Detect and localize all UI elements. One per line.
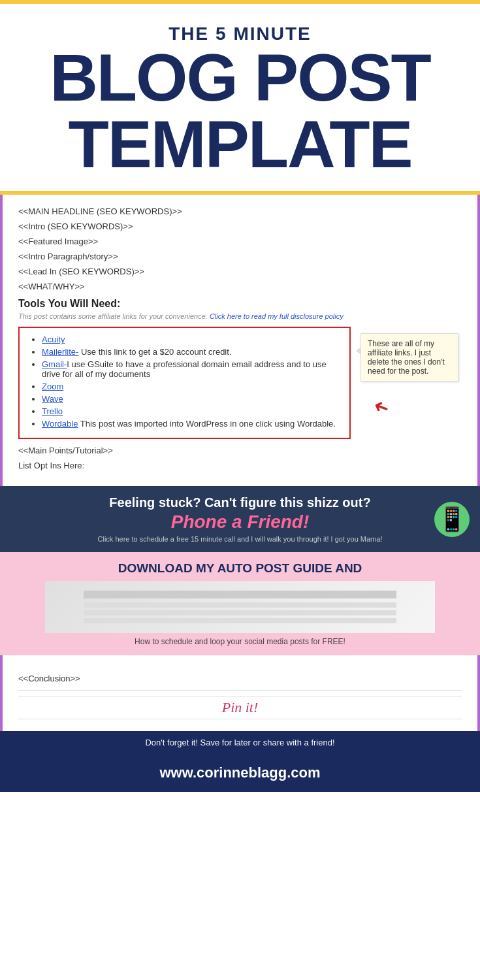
download-caption: How to schedule and loop your social med… [10,637,470,646]
download-image [45,581,436,633]
download-banner: DOWNLOAD MY AUTO POST GUIDE AND How to s… [0,552,480,655]
content-section: <<MAIN HEADLINE (SEO KEYWORDS)>> <<Intro… [0,195,480,486]
list-opt-ins-label: List Opt Ins Here: [18,461,462,470]
tools-annotation: These are all of my affiliate links. I j… [360,333,458,382]
footer-dont-forget: Don't forget it! Save for later or share… [10,738,470,747]
conclusion-section: <<Conclusion>> Pin it! [0,655,480,731]
tools-list: Acuity Mailerlite- Use this link to get … [29,335,340,429]
header-title-line2: TEMPLATE [13,111,467,178]
wave-link[interactable]: Wave [42,394,63,404]
wordable-link[interactable]: Wordable [42,419,78,429]
tools-box: Acuity Mailerlite- Use this link to get … [18,327,351,439]
pin-it-text: Pin it! [18,699,462,716]
phone-icon: 📱 [434,502,470,537]
template-line-5: <<Lead In (SEO KEYWORDS)>> [18,267,462,276]
phone-friend-banner[interactable]: Feeling stuck? Can't figure this shizz o… [0,486,480,552]
acuity-link[interactable]: Acuity [42,335,65,344]
mailerlite-link[interactable]: Mailerlite- [42,347,78,357]
pin-it-section: Pin it! [18,690,462,719]
phone-friend-sub-text: Click here to schedule a free 15 minute … [10,535,470,543]
tools-heading: Tools You Will Need: [18,298,462,310]
template-line-3: <<Featured Image>> [18,237,462,246]
affiliate-note: This post contains some affiliate links … [18,312,462,320]
gmail-link[interactable]: Gmail- [42,359,67,369]
trello-link[interactable]: Trello [42,406,63,416]
tool-wave: Wave [42,394,340,404]
phone-friend-wrapper: Feeling stuck? Can't figure this shizz o… [0,486,480,552]
disclosure-link[interactable]: Click here to read my full disclosure po… [210,312,344,320]
tool-zoom: Zoom [42,382,340,391]
conclusion-line: <<Conclusion>> [18,674,462,683]
header-section: THE 5 MINUTE BLOG POST TEMPLATE [0,0,480,195]
footer-bar: Don't forget it! Save for later or share… [0,731,480,754]
tool-wordable: Wordable This post was imported into Wor… [42,419,340,429]
tool-acuity: Acuity [42,335,340,344]
header-title-line1: BLOG POST [13,44,467,111]
zoom-link[interactable]: Zoom [42,382,63,391]
template-line-2: <<Intro (SEO KEYWORDS)>> [18,221,462,231]
template-line-1: <<MAIN HEADLINE (SEO KEYWORDS)>> [18,206,462,216]
download-title: DOWNLOAD MY AUTO POST GUIDE AND [10,561,470,576]
annotation-arrow: ➜ [370,395,392,420]
tool-trello: Trello [42,406,340,416]
tool-mailerlite: Mailerlite- Use this link to get a $20 a… [42,347,340,357]
tools-box-wrapper: Acuity Mailerlite- Use this link to get … [18,327,351,439]
main-points-line: <<Main Points/Tutorial>> [18,446,462,455]
phone-friend-phone-text: Phone a Friend! [10,512,470,532]
website-url: www.corinneblagg.com [159,764,320,781]
website-footer: www.corinneblagg.com [0,754,480,792]
tool-gmail: Gmail-I use GSuite to have a professiona… [42,359,340,379]
template-line-6: <<WHAT/WHY>> [18,282,462,291]
template-line-4: <<Intro Paragraph/story>> [18,252,462,261]
phone-friend-top-text: Feeling stuck? Can't figure this shizz o… [10,495,470,510]
